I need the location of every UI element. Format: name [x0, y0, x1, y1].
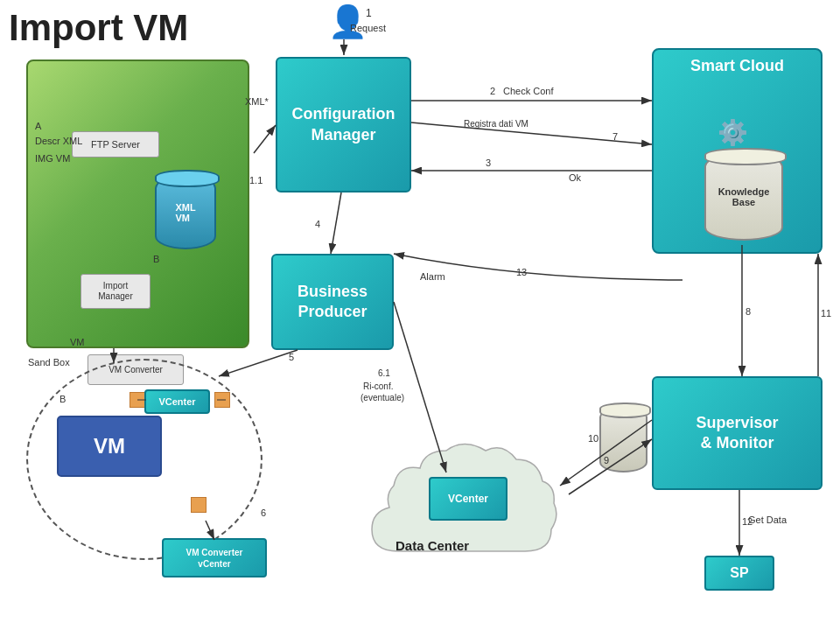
vm-converter-vcenter-label: VM ConvertervCenter — [186, 547, 242, 570]
ftp-server-label: FTP Server — [91, 139, 140, 150]
xml-star-label: XML* — [245, 96, 269, 107]
svg-text:6.1: 6.1 — [378, 368, 390, 378]
orange-sq-2 — [214, 392, 230, 408]
ftp-server-box: FTP Server — [72, 131, 159, 158]
vm-converter-vcenter-box: VM ConvertervCenter — [162, 538, 267, 578]
svg-text:12: 12 — [742, 516, 752, 527]
configuration-manager-box: ConfigurationManager — [276, 57, 411, 192]
person-icon: 👤 — [328, 4, 368, 40]
canvas: Import VM 👤 1 Request FTP Server XMLVM I… — [0, 0, 840, 630]
svg-text:Check Conf: Check Conf — [503, 86, 554, 96]
vm-label: VM — [94, 434, 125, 458]
orange-sq-3 — [191, 497, 206, 513]
descr-xml-label: Descr XML — [35, 136, 82, 146]
knowledge-base-cylinder: KnowledgeBase — [704, 153, 783, 241]
svg-text:Registra dati VM: Registra dati VM — [464, 119, 528, 129]
svg-line-13 — [331, 192, 341, 254]
business-producer-label: BusinessProducer — [298, 282, 368, 323]
svg-text:Ok: Ok — [569, 172, 582, 183]
config-manager-label: ConfigurationManager — [292, 104, 396, 145]
vm-box: VM — [57, 416, 162, 477]
import-manager-label: ImportManager — [98, 281, 132, 302]
vcenter-datacenter-label: VCenter — [448, 493, 488, 505]
sp-box: SP — [704, 556, 774, 591]
knowledge-base-label: KnowledgeBase — [718, 186, 770, 207]
svg-text:5: 5 — [289, 352, 294, 362]
svg-line-7 — [411, 122, 652, 144]
vcenter-datacenter-box: VCenter — [429, 477, 508, 521]
a-label: A — [35, 121, 41, 131]
orange-sq-1 — [130, 392, 145, 408]
vcenter-sandbox-label: VCenter — [158, 396, 195, 407]
svg-text:3: 3 — [486, 158, 491, 168]
svg-text:10: 10 — [588, 433, 598, 444]
svg-text:(eventuale): (eventuale) — [360, 393, 404, 402]
number-6-label: 6 — [261, 508, 266, 518]
xml-vm-cylinder: XMLVM — [155, 175, 216, 249]
smart-cloud-title: Smart Cloud — [665, 57, 809, 75]
svg-text:Ri-conf.: Ri-conf. — [363, 382, 393, 391]
svg-text:8: 8 — [746, 306, 751, 317]
request-label: Request — [350, 23, 386, 33]
supervisor-cylinder — [599, 407, 648, 472]
sp-label: SP — [730, 565, 748, 581]
svg-text:Alarm: Alarm — [420, 271, 445, 282]
svg-text:13: 13 — [516, 267, 527, 277]
gear-icon: ⚙️ — [718, 118, 748, 147]
svg-text:11: 11 — [821, 308, 831, 318]
number-1-label: 1 — [366, 7, 372, 19]
svg-text:4: 4 — [315, 219, 320, 229]
svg-line-15 — [219, 350, 298, 376]
b-label-2: B — [60, 394, 66, 404]
one-one-label: 1.1 — [249, 175, 262, 186]
sandbox-label: Sand Box — [28, 357, 70, 368]
xml-vm-label: XMLVM — [175, 202, 195, 223]
data-center-title: Data Center — [396, 538, 469, 553]
business-producer-box: BusinessProducer — [271, 254, 394, 350]
import-area-box: FTP Server XMLVM ImportManager VM Conver… — [26, 60, 249, 348]
svg-text:Get Data: Get Data — [748, 514, 788, 525]
svg-line-3 — [254, 125, 276, 153]
svg-text:7: 7 — [612, 131, 618, 142]
page-title: Import VM — [9, 7, 188, 49]
import-manager-box: ImportManager — [80, 274, 150, 309]
svg-text:2: 2 — [490, 86, 495, 96]
supervisor-monitor-label: Supervisor& Monitor — [696, 413, 778, 454]
vm-label-arrow: VM — [70, 337, 85, 347]
img-vm-label: IMG VM — [35, 153, 70, 164]
b-label-1: B — [153, 254, 159, 264]
supervisor-monitor-box: Supervisor& Monitor — [652, 376, 822, 490]
vcenter-sandbox-box: VCenter — [144, 389, 210, 414]
